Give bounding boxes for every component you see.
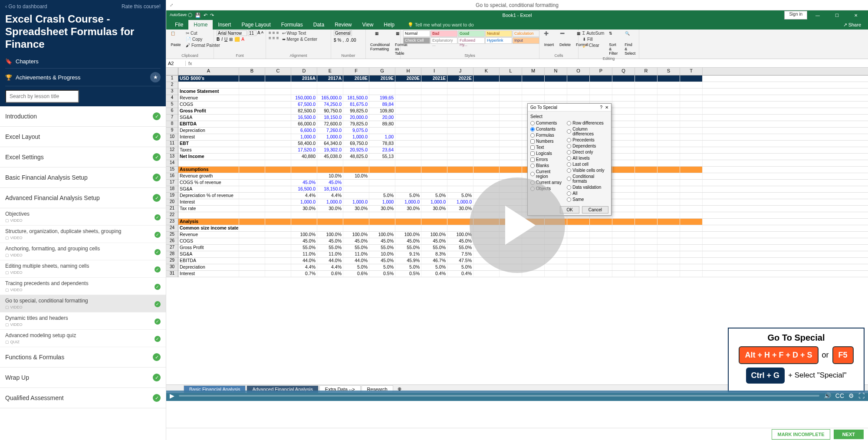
row-header[interactable]: 14 — [166, 160, 178, 167]
underline-button[interactable]: U — [224, 37, 227, 42]
bold-button[interactable]: B — [217, 37, 220, 42]
chapters-nav[interactable]: 🔖 Chapters — [5, 55, 161, 68]
border-button[interactable]: ⊞ — [229, 37, 233, 42]
number-format-select[interactable]: General — [334, 30, 352, 36]
align-middle-icon[interactable]: ≡ — [273, 30, 275, 35]
undo-icon[interactable]: ↶ — [204, 13, 207, 18]
dialog-option[interactable]: Numbers — [530, 139, 562, 144]
merge-center-button[interactable]: ⬌ Merge & Center — [281, 36, 319, 42]
settings-icon[interactable]: ⚙ — [848, 392, 854, 399]
row-header[interactable]: 25 — [166, 232, 178, 238]
dialog-option[interactable]: Last cell — [567, 162, 608, 167]
lesson-item[interactable]: Editing multiple sheets, naming cells▢ V… — [0, 260, 166, 278]
find-select-button[interactable]: 🔍Find & Select — [623, 30, 637, 56]
row-header[interactable]: 7 — [166, 115, 178, 121]
comma-icon[interactable]: , — [342, 38, 344, 43]
dialog-option[interactable]: Precedents — [567, 138, 608, 142]
align-top-icon[interactable]: ≡ — [269, 30, 271, 35]
achievements-nav[interactable]: 🏆 Achievements & Progress ★ — [5, 68, 161, 86]
chapter-item[interactable]: Advanced Financial Analysis Setup✓ — [0, 188, 166, 208]
currency-icon[interactable]: $ — [334, 38, 336, 43]
dialog-option[interactable]: Blanks — [530, 163, 562, 168]
row-header[interactable]: 22 — [166, 212, 178, 219]
ribbon-tab-formulas[interactable]: Formulas — [276, 20, 308, 30]
dialog-close-icon[interactable]: ✕ — [605, 105, 608, 110]
row-header[interactable]: 10 — [166, 134, 178, 141]
ribbon-tab-data[interactable]: Data — [308, 20, 329, 30]
row-header[interactable]: 26 — [166, 238, 178, 245]
ribbon-tab-page-layout[interactable]: Page Layout — [236, 20, 276, 30]
row-header[interactable]: 23 — [166, 219, 178, 225]
maximize-icon[interactable]: ☐ — [828, 11, 845, 20]
cell-style-option[interactable]: Hyperlink — [485, 37, 512, 44]
cc-icon[interactable]: CC — [835, 392, 844, 399]
column-header[interactable]: E — [317, 68, 343, 75]
lesson-item[interactable]: Tracing precedents and dependents▢ VIDEO… — [0, 278, 166, 295]
ribbon-tab-review[interactable]: Review — [329, 20, 357, 30]
row-header[interactable]: 15 — [166, 167, 178, 173]
autosum-button[interactable]: Σ AutoSum — [581, 30, 605, 36]
increase-decimal-icon[interactable]: .0 — [345, 38, 349, 43]
column-header[interactable]: G — [369, 68, 395, 75]
back-to-dashboard[interactable]: ‹ Go to dashboard — [5, 3, 47, 10]
column-header[interactable]: N — [545, 68, 567, 75]
wrap-text-button[interactable]: ↩ Wrap Text — [281, 30, 319, 36]
grow-font-icon[interactable]: A — [257, 30, 260, 36]
ribbon-tab-view[interactable]: View — [357, 20, 379, 30]
lesson-item[interactable]: Objectives▢ VIDEO✓ — [0, 208, 166, 226]
dialog-option[interactable]: Errors — [530, 157, 562, 162]
row-header[interactable]: 16 — [166, 173, 178, 180]
rate-course[interactable]: Rate this course! — [122, 3, 161, 10]
column-header[interactable]: R — [635, 68, 658, 75]
next-button[interactable]: NEXT — [834, 430, 864, 439]
row-header[interactable]: 20 — [166, 199, 178, 206]
name-box[interactable]: A2 — [166, 61, 186, 66]
dialog-option[interactable]: Direct only — [567, 150, 608, 154]
dialog-cancel-button[interactable]: Cancel — [582, 206, 608, 213]
column-header[interactable]: Q — [612, 68, 635, 75]
play-button[interactable] — [470, 177, 565, 273]
mark-incomplete-button[interactable]: MARK INCOMPLETE — [772, 429, 830, 440]
dialog-option[interactable]: Column differences — [567, 127, 608, 136]
row-header[interactable]: 11 — [166, 141, 178, 147]
column-header[interactable]: A — [178, 68, 239, 75]
row-header[interactable]: 1 — [166, 76, 178, 82]
decrease-decimal-icon[interactable]: .00 — [350, 38, 356, 43]
column-header[interactable]: M — [522, 68, 545, 75]
cell-style-option[interactable]: Check Cell — [403, 37, 430, 44]
shrink-font-icon[interactable]: A — [261, 30, 263, 36]
cell-style-option[interactable]: Calculation — [513, 30, 539, 37]
row-header[interactable]: 9 — [166, 128, 178, 134]
row-header[interactable]: 31 — [166, 271, 178, 277]
row-header[interactable]: 17 — [166, 180, 178, 186]
autosave-toggle[interactable]: AutoSave ◯ — [170, 13, 192, 18]
tell-me-search[interactable]: 💡 Tell me what you want to do — [406, 20, 476, 30]
column-header[interactable]: S — [658, 68, 680, 75]
paste-button[interactable]: 📋 Paste — [169, 30, 183, 48]
row-header[interactable]: 6 — [166, 108, 178, 115]
row-header[interactable]: 13 — [166, 154, 178, 160]
column-header[interactable]: C — [265, 68, 291, 75]
ribbon-tab-home[interactable]: Home — [188, 20, 213, 30]
column-header[interactable]: I — [421, 68, 447, 75]
column-header[interactable]: O — [567, 68, 590, 75]
insert-cells-button[interactable]: ➕Insert — [542, 30, 556, 48]
lesson-item[interactable]: Dynamic titles and headers▢ VIDEO✓ — [0, 312, 166, 330]
close-icon[interactable]: ✕ — [847, 11, 865, 20]
row-header[interactable]: 18 — [166, 186, 178, 193]
dialog-option[interactable]: Visible cells only — [567, 168, 608, 173]
cell-style-option[interactable]: Explanatory ... — [431, 37, 457, 44]
delete-cells-button[interactable]: ➖Delete — [558, 30, 572, 48]
fill-color-button[interactable]: 🟨 — [234, 37, 240, 42]
font-size-select[interactable]: 11 — [248, 30, 256, 36]
row-header[interactable]: 8 — [166, 121, 178, 128]
save-icon[interactable]: 💾 — [195, 13, 201, 18]
lesson-item[interactable]: Advanced modeling setup quiz▢ QUIZ✓ — [0, 330, 166, 347]
dialog-option[interactable]: All levels — [567, 156, 608, 161]
dialog-option[interactable]: Same — [567, 197, 608, 202]
play-icon[interactable]: ▶ — [170, 392, 174, 399]
chapter-item[interactable]: Qualified Assessment✓ — [0, 388, 166, 408]
progress-bar[interactable] — [179, 395, 819, 397]
column-header[interactable]: L — [500, 68, 522, 75]
percent-icon[interactable]: % — [338, 38, 342, 43]
